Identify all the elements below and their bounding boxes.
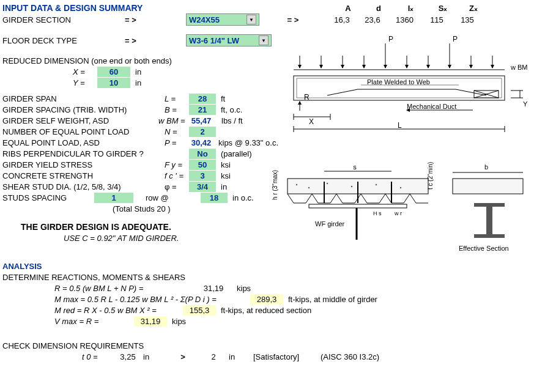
Mred-val: 155,3 bbox=[183, 305, 216, 316]
selfwt-unit: lbs / ft bbox=[217, 116, 243, 125]
t0-v2: 2 bbox=[198, 352, 229, 361]
fy-input[interactable]: 50 bbox=[189, 160, 216, 170]
spacing-label: GIRDER SPACING (TRIB. WIDTH) bbox=[2, 105, 165, 114]
svg-point-34 bbox=[400, 187, 401, 188]
t0-op: > bbox=[168, 352, 198, 361]
Y-label: Y bbox=[523, 100, 528, 108]
ptload-label: EQUAL POINT LOAD, ASD bbox=[2, 138, 165, 147]
npt-sym: N = bbox=[165, 127, 189, 136]
fc-label: CONCRETE STRENGTH bbox=[2, 171, 165, 180]
R-formula: R = 0.5 (w BM L + N P) = bbox=[54, 284, 195, 293]
reduced-dim-label: REDUCED DIMENSION (one end or both ends) bbox=[2, 56, 172, 65]
val-Ix: 1360 bbox=[388, 15, 421, 24]
studsp-unit: in o.c. bbox=[228, 193, 254, 202]
stud-unit: in bbox=[216, 182, 227, 191]
eff-label: Effective Section bbox=[459, 245, 509, 252]
ribs-unit: (parallel) bbox=[216, 149, 252, 158]
ptload-sym: P = bbox=[165, 138, 189, 147]
val-Zx: 135 bbox=[452, 15, 483, 24]
fy-label: GIRDER YIELD STRESS bbox=[2, 160, 165, 169]
ptload-unit: kips @ 9.33" o.c. bbox=[213, 138, 278, 147]
wbm-label: w BM bbox=[510, 64, 528, 71]
L-label: L bbox=[398, 121, 402, 130]
studsp-val1[interactable]: 1 bbox=[94, 193, 133, 203]
selfwt-val: 55,47 bbox=[186, 116, 217, 125]
floor-deck-label: FLOOR DECK TYPE bbox=[2, 36, 125, 45]
span-label: GIRDER SPAN bbox=[2, 94, 165, 103]
R-label: R bbox=[304, 93, 310, 102]
npt-input[interactable]: 2 bbox=[189, 127, 216, 137]
span-input[interactable]: 28 bbox=[189, 94, 216, 104]
ribs-input[interactable]: No bbox=[189, 149, 216, 159]
Mred-unit: ft-kips, at reduced section bbox=[216, 306, 311, 315]
t0-v1: 3,25 bbox=[113, 352, 143, 361]
duct-label: Mechanical Duct bbox=[407, 103, 456, 110]
val-d: 23,6 bbox=[357, 15, 388, 24]
svg-rect-39 bbox=[309, 204, 407, 208]
analysis-title: ANALYSIS bbox=[2, 262, 42, 271]
Y-unit: in bbox=[130, 78, 160, 87]
b-label: b bbox=[484, 163, 488, 171]
s-label: s bbox=[353, 163, 357, 171]
X-symbol: X = bbox=[73, 67, 97, 76]
total-studs: (Total Studs 20 ) bbox=[113, 204, 171, 213]
svg-point-33 bbox=[376, 184, 377, 185]
t0-sym: t 0 = bbox=[82, 352, 113, 361]
npt-label: NUMBER OF EQUAL POINT LOAD bbox=[2, 127, 165, 136]
result-line2: USE C = 0.92" AT MID GIRDER. bbox=[64, 234, 179, 243]
Y-symbol: Y = bbox=[73, 78, 97, 87]
t0-u2: in bbox=[229, 352, 253, 361]
girder-section-select[interactable]: W24X55 ▼ bbox=[186, 13, 259, 26]
result-line1: THE GIRDER DESIGN IS ADEQUATE. bbox=[21, 222, 171, 232]
fc-sym: f c ' = bbox=[165, 171, 189, 180]
Vmax-unit: kips bbox=[167, 317, 186, 326]
col-Sx: Sₓ bbox=[428, 4, 458, 13]
R-unit: kips bbox=[232, 284, 251, 293]
stud-input[interactable]: 3/4 bbox=[189, 182, 216, 192]
spacing-unit: ft, o.c. bbox=[216, 105, 242, 114]
X-unit: in bbox=[130, 67, 160, 76]
spacing-input[interactable]: 21 bbox=[189, 105, 216, 115]
col-Zx: Zₓ bbox=[458, 4, 489, 13]
selfwt-sym: w BM = bbox=[158, 116, 186, 125]
studsp-val2[interactable]: 18 bbox=[201, 193, 228, 203]
svg-point-31 bbox=[327, 183, 328, 184]
fc-unit: ksi bbox=[216, 171, 231, 180]
Mmax-unit: ft-kips, at middle of girder bbox=[283, 295, 377, 304]
plate-label: Plate Welded to Web bbox=[367, 78, 430, 86]
P-label: P bbox=[453, 35, 458, 43]
studsp-mid: row @ bbox=[133, 193, 201, 202]
span-sym: L = bbox=[165, 94, 189, 103]
t0-ref: (AISC 360 I3.2c) bbox=[321, 352, 379, 361]
svg-rect-41 bbox=[453, 179, 523, 194]
stud-sym: φ = bbox=[165, 182, 189, 191]
val-Sx: 115 bbox=[421, 15, 452, 24]
floor-deck-value: W3-6 1/4" LW bbox=[189, 36, 239, 45]
ribs-label: RIBS PERPENDICULAR TO GIRDER ? bbox=[2, 149, 189, 158]
X-label: X bbox=[309, 117, 314, 126]
svg-rect-44 bbox=[486, 207, 492, 234]
arrow-text-2: = > bbox=[259, 15, 327, 24]
fc-input[interactable]: 3 bbox=[189, 171, 216, 181]
girder-section-label: GIRDER SECTION bbox=[2, 15, 125, 24]
Y-input[interactable]: 10 bbox=[97, 78, 130, 88]
wf-label: WF girder bbox=[315, 220, 345, 227]
col-d: d bbox=[363, 4, 394, 13]
X-input[interactable]: 60 bbox=[97, 67, 130, 77]
col-Ix: Iₓ bbox=[394, 4, 428, 13]
selfwt-label: GIRDER SELF WEIGHT, ASD bbox=[2, 116, 158, 125]
Mmax-val: 289,3 bbox=[250, 294, 283, 305]
chevron-down-icon: ▼ bbox=[259, 35, 269, 45]
R-val: 31,19 bbox=[195, 284, 232, 293]
fy-sym: F y = bbox=[165, 160, 189, 169]
floor-deck-select[interactable]: W3-6 1/4" LW ▼ bbox=[186, 34, 272, 46]
arrow-text: = > bbox=[125, 36, 149, 45]
studsp-label: STUDS SPACING bbox=[2, 193, 94, 202]
ptload-val: 30,42 bbox=[189, 138, 213, 147]
analysis-sub1: DETERMINE REACTIONS, MOMENTS & SHEARS bbox=[2, 273, 185, 282]
page-title: INPUT DATA & DESIGN SUMMARY bbox=[2, 3, 180, 13]
stud-label: SHEAR STUD DIA. (1/2, 5/8, 3/4) bbox=[2, 182, 165, 191]
girder-section-diagram: s WF girder h r (3"max) H s w r t c (2"m… bbox=[272, 160, 529, 258]
P-label: P bbox=[388, 35, 393, 43]
t0-u1: in bbox=[143, 352, 168, 361]
